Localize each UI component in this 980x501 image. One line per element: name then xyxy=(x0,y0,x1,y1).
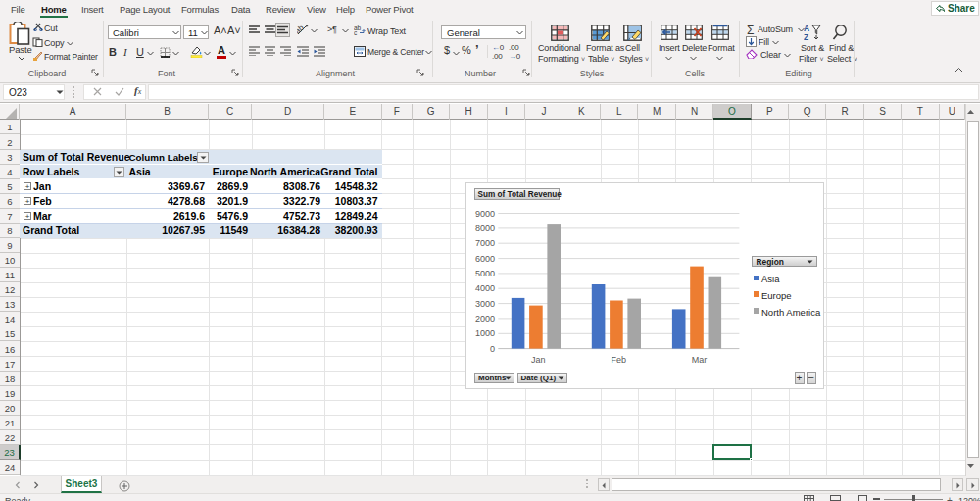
svg-text:ab: ab xyxy=(297,24,306,35)
svg-text:Z: Z xyxy=(804,32,808,41)
